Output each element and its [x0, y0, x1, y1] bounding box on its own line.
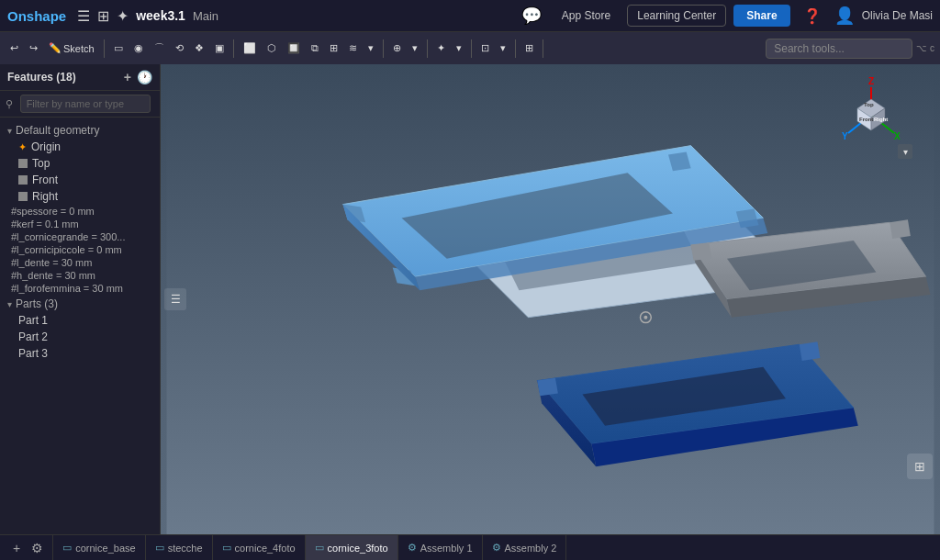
- svg-text:Z: Z: [868, 76, 874, 86]
- sidebar-item-origin[interactable]: ✦ Origin: [0, 139, 160, 155]
- sidebar-item-right[interactable]: Right: [0, 188, 160, 205]
- undo-button[interactable]: ↩: [6, 39, 23, 57]
- filter-input[interactable]: [20, 95, 151, 113]
- add-icon[interactable]: ✦: [117, 7, 129, 25]
- param-kerf[interactable]: #kerf = 0.1 mm: [0, 218, 160, 230]
- help-icon[interactable]: ❓: [798, 6, 827, 27]
- clock-icon[interactable]: 🕐: [137, 70, 152, 84]
- side-toolbar: ☰: [161, 285, 190, 314]
- side-toolbar-list-button[interactable]: ☰: [164, 288, 186, 310]
- tool-dropdown-3[interactable]: ▾: [452, 39, 466, 57]
- user-name-label[interactable]: Olivia De Masi: [862, 9, 933, 22]
- workspace-label: Main: [193, 9, 218, 23]
- tool-8[interactable]: ⬡: [263, 39, 281, 57]
- tab-part-icon-1: ▭: [62, 542, 72, 554]
- chevron-down-icon: ▾: [7, 126, 12, 136]
- profile-icon[interactable]: 👤: [834, 6, 855, 26]
- search-shortcut: ⌥ c: [916, 43, 934, 53]
- sidebar-tree: ▾ Default geometry ✦ Origin Top Front Ri…: [0, 118, 160, 534]
- tool-13[interactable]: ⊕: [388, 39, 406, 57]
- app-store-button[interactable]: App Store: [553, 6, 620, 26]
- tab-assembly1[interactable]: ⚙ Assembly 1: [398, 535, 483, 560]
- default-geometry-label: Default geometry: [16, 124, 99, 137]
- add-feature-icon[interactable]: +: [124, 70, 131, 84]
- features-label: Features (18): [7, 71, 76, 84]
- parts-label: Parts (3): [16, 297, 58, 310]
- doc-title: week3.1: [136, 8, 185, 23]
- sidebar-item-default-geometry[interactable]: ▾ Default geometry: [0, 121, 160, 139]
- param-h-dente[interactable]: #h_dente = 30 mm: [0, 269, 160, 282]
- param-l-dente[interactable]: #l_dente = 30 mm: [0, 256, 160, 269]
- sidebar: Features (18) + 🕐 ⚲ ▾ Default geometry ✦…: [0, 64, 161, 534]
- tool-dropdown-1[interactable]: ▾: [364, 39, 378, 57]
- tab-cornice-3foto[interactable]: ▭ cornice_3foto: [306, 535, 398, 560]
- tool-6[interactable]: ▣: [210, 39, 229, 57]
- tool-15[interactable]: ⊡: [476, 39, 494, 57]
- svg-marker-16: [890, 219, 911, 239]
- tool-3[interactable]: ⌒: [150, 39, 169, 58]
- tool-12[interactable]: ≋: [344, 39, 362, 57]
- param-l-cornicegrande[interactable]: #l_cornicegrande = 300...: [0, 230, 160, 243]
- sketch-button[interactable]: ✏️ Sketch: [44, 39, 99, 57]
- param-spessore[interactable]: #spessore = 0 mm: [0, 205, 160, 218]
- tool-2[interactable]: ◉: [129, 39, 148, 57]
- tab-stecche[interactable]: ▭ stecche: [146, 535, 213, 560]
- orientation-gizmo[interactable]: Y X Z Top Front Right ▾: [830, 73, 912, 159]
- right-panel-toggle[interactable]: ⊞: [907, 454, 933, 479]
- sidebar-item-top[interactable]: Top: [0, 155, 160, 172]
- tool-7[interactable]: ⬜: [239, 39, 261, 57]
- sidebar-item-part2[interactable]: Part 2: [0, 329, 160, 345]
- param-l-forofemmina[interactable]: #l_forofemmina = 30 mm: [0, 282, 160, 295]
- sidebar-item-part1[interactable]: Part 1: [0, 312, 160, 329]
- toolbar-divider-3: [383, 39, 384, 58]
- tool-10[interactable]: ⧉: [307, 39, 323, 57]
- tab-part-icon-4: ▭: [315, 542, 324, 554]
- redo-button[interactable]: ↪: [25, 39, 42, 57]
- add-tab-button[interactable]: +: [9, 539, 24, 557]
- tool-11[interactable]: ⊞: [325, 39, 342, 57]
- param-l-cornicipiccole[interactable]: #l_cornicipiccole = 0 mm: [0, 243, 160, 256]
- tab-part-icon-3: ▭: [222, 542, 231, 554]
- tab-cornice-base[interactable]: ▭ cornice_base: [53, 535, 145, 560]
- learning-center-button[interactable]: Learning Center: [627, 5, 726, 27]
- sidebar-item-parts[interactable]: ▾ Parts (3): [0, 295, 160, 312]
- svg-marker-15: [691, 243, 712, 261]
- tool-1[interactable]: ▭: [109, 39, 128, 57]
- part3-label: Part 3: [18, 347, 48, 360]
- gizmo-front-label: Front: [859, 117, 873, 122]
- tool-dropdown-2[interactable]: ▾: [408, 39, 422, 57]
- plane-front-icon: [18, 175, 28, 185]
- right-label: Right: [32, 190, 58, 203]
- svg-point-24: [643, 316, 647, 319]
- gizmo-top-label: Top: [864, 102, 874, 107]
- chevron-down-icon-parts: ▾: [7, 299, 12, 309]
- sidebar-item-part3[interactable]: Part 3: [0, 345, 160, 362]
- toolbar-divider-2: [233, 39, 234, 58]
- tool-9[interactable]: 🔲: [283, 39, 305, 57]
- share-button[interactable]: Share: [733, 5, 789, 27]
- toolbar-divider-7: [543, 39, 543, 58]
- filter-icon: ⚲: [6, 98, 13, 109]
- viewport[interactable]: ☰ Y X Z: [161, 64, 940, 534]
- tab-assembly2[interactable]: ⚙ Assembly 2: [483, 535, 567, 560]
- tab-assembly2-label: Assembly 2: [505, 543, 557, 554]
- tool-dropdown-4[interactable]: ▾: [496, 39, 510, 57]
- toolbar-divider-4: [427, 39, 428, 58]
- main-toolbar: ↩ ↪ ✏️ Sketch ▭ ◉ ⌒ ⟲ ❖ ▣ ⬜ ⬡ 🔲 ⧉ ⊞ ≋ ▾ …: [0, 31, 940, 64]
- tool-16[interactable]: ⊞: [520, 39, 538, 57]
- settings-tab-button[interactable]: ⚙: [28, 539, 47, 557]
- hamburger-icon[interactable]: ☰: [77, 7, 90, 25]
- tool-14[interactable]: ✦: [432, 39, 450, 57]
- search-input[interactable]: [766, 39, 912, 59]
- comment-icon[interactable]: 💬: [518, 4, 545, 28]
- 3d-scene: [161, 64, 940, 534]
- tool-5[interactable]: ❖: [190, 39, 208, 57]
- gizmo-dropdown-button[interactable]: ▾: [898, 144, 912, 159]
- tab-cornice-4foto[interactable]: ▭ cornice_4foto: [213, 535, 306, 560]
- tab-cornice-3foto-label: cornice_3foto: [328, 543, 388, 554]
- grid-icon[interactable]: ⊞: [97, 7, 109, 25]
- sidebar-item-front[interactable]: Front: [0, 172, 160, 188]
- part2-label: Part 2: [18, 330, 48, 343]
- plane-right-icon: [18, 192, 28, 201]
- tool-4[interactable]: ⟲: [171, 39, 188, 57]
